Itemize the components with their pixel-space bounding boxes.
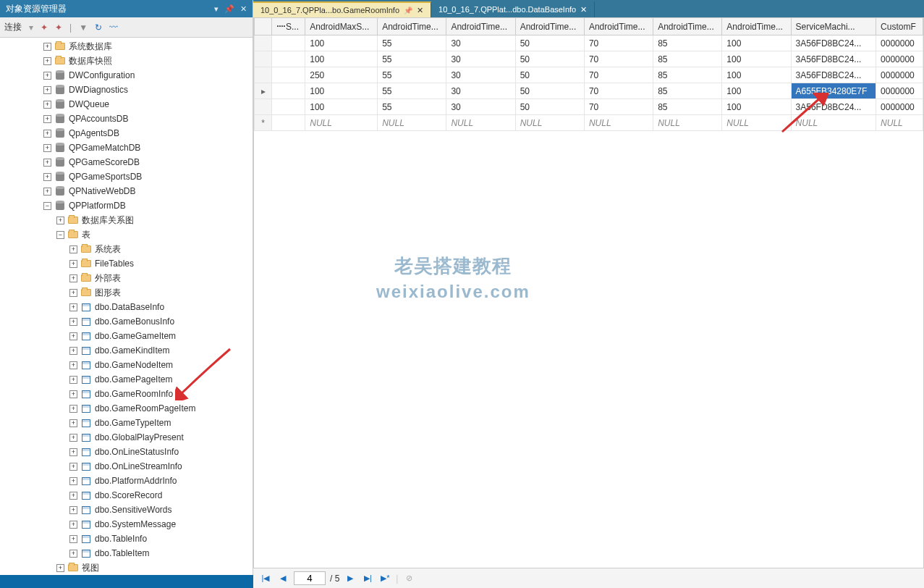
tree-node[interactable]: +QPAccountsDB	[0, 112, 253, 126]
expand-icon[interactable]: +	[43, 43, 51, 51]
tree-node[interactable]: +dbo.GameNodeItem	[0, 358, 253, 372]
grid-cell[interactable]	[272, 83, 305, 99]
grid-cell[interactable]: 50	[515, 99, 584, 115]
column-header[interactable]: CustomF	[876, 18, 923, 35]
grid-cell[interactable]: NULL	[446, 115, 515, 131]
tree-node[interactable]: +外部表	[0, 271, 253, 285]
expand-icon[interactable]: +	[69, 448, 77, 456]
row-selector[interactable]: *	[255, 115, 272, 131]
expand-icon[interactable]: +	[43, 115, 51, 123]
expand-icon[interactable]: +	[69, 347, 77, 355]
grid-cell[interactable]	[272, 115, 305, 131]
grid-cell[interactable]: 70	[584, 67, 653, 83]
tree-node[interactable]: +dbo.TableItem	[0, 546, 253, 560]
grid-cell[interactable]: 3A56FD8BC24...	[791, 67, 876, 83]
expand-icon[interactable]: +	[69, 506, 77, 514]
grid-cell[interactable]	[272, 51, 305, 67]
expand-icon[interactable]: +	[43, 72, 51, 80]
grid-cell[interactable]: NULL	[653, 115, 722, 131]
grid-cell[interactable]: 100	[722, 67, 791, 83]
grid-cell[interactable]: 50	[515, 83, 584, 99]
expand-icon[interactable]: +	[69, 477, 77, 485]
tree-node[interactable]: +QPGameSportsDB	[0, 169, 253, 184]
nav-new-icon[interactable]: ▶*	[378, 572, 391, 585]
table-row[interactable]: 10055305070851003A56FD8BC24...0000000	[255, 51, 923, 67]
expand-icon[interactable]: +	[43, 86, 51, 94]
grid-cell[interactable]: 50	[515, 35, 584, 51]
expand-icon[interactable]: +	[43, 101, 51, 109]
grid-cell[interactable]: 0000000	[876, 51, 923, 67]
grid-cell[interactable]: 100	[722, 35, 791, 51]
tree-node[interactable]: +dbo.GameBonusInfo	[0, 314, 253, 329]
grid-cell[interactable]: 55	[378, 35, 446, 51]
close-icon[interactable]: ✕	[417, 6, 423, 15]
grid-cell[interactable]: 30	[446, 35, 515, 51]
expand-icon[interactable]: +	[43, 159, 51, 167]
pin-icon[interactable]: 📌	[404, 7, 412, 14]
grid-cell[interactable]: 70	[584, 35, 653, 51]
grid-cell[interactable]: 85	[653, 51, 722, 67]
tree-node[interactable]: +dbo.GameGameItem	[0, 329, 253, 343]
grid-cell[interactable]: 100	[305, 35, 378, 51]
tree-node[interactable]: +dbo.GameKindItem	[0, 343, 253, 358]
grid-cell[interactable]: 250	[305, 67, 378, 83]
grid-cell[interactable]: 3A56FD8BC24...	[791, 51, 876, 67]
document-tab[interactable]: 10_0_16_7.QPPlat...dbo.DataBaseInfo✕	[431, 1, 595, 17]
grid-cell[interactable]: NULL	[876, 115, 923, 131]
tree-node[interactable]: +QpAgentsDB	[0, 126, 253, 140]
grid-cell[interactable]: 0000000	[876, 99, 923, 115]
row-selector[interactable]: ▸	[255, 83, 272, 99]
tree-node[interactable]: +DWDiagnostics	[0, 83, 253, 97]
tree-node[interactable]: +系统数据库	[0, 39, 253, 54]
tree-node[interactable]: +dbo.TableInfo	[0, 532, 253, 546]
grid-cell[interactable]: NULL	[584, 115, 653, 131]
collapse-icon[interactable]: −	[43, 202, 51, 210]
tree-node[interactable]: +dbo.SensitiveWords	[0, 503, 253, 517]
tree-node[interactable]: +图形表	[0, 285, 253, 300]
grid-cell[interactable]: 100	[722, 99, 791, 115]
grid-cell[interactable]: 30	[446, 51, 515, 67]
grid-cell[interactable]	[272, 99, 305, 115]
toolbar-icon-2[interactable]: ✦	[55, 22, 62, 33]
connect-label[interactable]: 连接	[4, 21, 22, 33]
table-row[interactable]: 10055305070851003A56FD8BC24...0000000	[255, 99, 923, 115]
grid-cell[interactable]: 3A56FD8BC24...	[791, 99, 876, 115]
grid-cell[interactable]: 100	[305, 51, 378, 67]
tree-node[interactable]: +dbo.DataBaseInfo	[0, 300, 253, 314]
expand-icon[interactable]: +	[69, 419, 77, 427]
grid-cell[interactable]: 85	[653, 67, 722, 83]
grid-cell[interactable]: 50	[515, 51, 584, 67]
grid-cell[interactable]: 0000000	[876, 83, 923, 99]
column-header[interactable]: AndroidTime...	[515, 18, 584, 35]
expand-icon[interactable]: +	[69, 390, 77, 398]
tree-node[interactable]: +系统表	[0, 242, 253, 256]
expand-icon[interactable]: +	[69, 521, 77, 529]
close-icon[interactable]: ✕	[580, 5, 587, 14]
column-header[interactable]: AndroidTime...	[653, 18, 722, 35]
grid-cell[interactable]: 70	[584, 51, 653, 67]
tree-node[interactable]: +dbo.ScoreRecord	[0, 488, 253, 503]
expand-icon[interactable]: +	[43, 173, 51, 181]
grid-cell[interactable]: NULL	[305, 115, 378, 131]
table-row[interactable]: ▸1005530507085100A655FB34280E7F0000000	[255, 83, 923, 99]
grid-cell[interactable]: 85	[653, 35, 722, 51]
grid-cell[interactable]: 30	[446, 83, 515, 99]
grid-cell[interactable]: 50	[515, 67, 584, 83]
grid-cell[interactable]: 30	[446, 67, 515, 83]
tree-node[interactable]: +dbo.GameRoomInfo	[0, 387, 253, 401]
grid-cell[interactable]: 0000000	[876, 35, 923, 51]
column-header[interactable]: AndroidTime...	[584, 18, 653, 35]
tree-node[interactable]: +DWQueue	[0, 97, 253, 112]
nav-last-icon[interactable]: ▶|	[361, 572, 374, 585]
tree-node[interactable]: −QPPlatformDB	[0, 198, 253, 213]
expand-icon[interactable]: +	[69, 535, 77, 543]
grid-cell[interactable]: A655FB34280E7F	[791, 83, 876, 99]
expand-icon[interactable]: +	[43, 130, 51, 138]
row-selector[interactable]	[255, 67, 272, 83]
grid-cell[interactable]: 0000000	[876, 67, 923, 83]
expand-icon[interactable]: +	[69, 550, 77, 558]
tree-node[interactable]: +DWConfiguration	[0, 68, 253, 83]
tree-view[interactable]: +系统数据库+数据库快照+DWConfiguration+DWDiagnosti…	[0, 38, 253, 588]
expand-icon[interactable]: +	[69, 332, 77, 340]
expand-icon[interactable]: +	[69, 463, 77, 471]
